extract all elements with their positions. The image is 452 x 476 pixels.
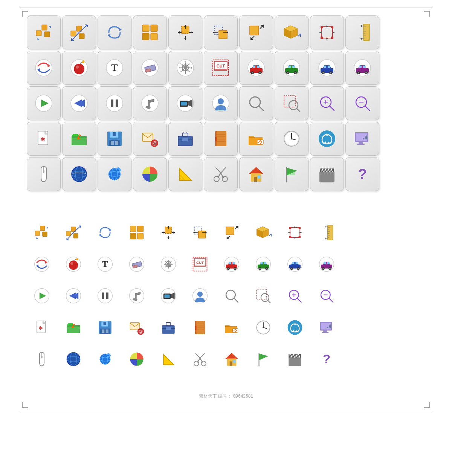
video-flat[interactable] <box>153 281 183 311</box>
play-flat[interactable] <box>27 281 57 311</box>
flag-green-flat[interactable] <box>248 344 278 374</box>
save-flat[interactable] <box>90 312 120 343</box>
zoom-in-flat[interactable] <box>280 281 310 311</box>
music-btn[interactable] <box>133 86 167 120</box>
zoom-out-btn[interactable] <box>345 86 379 120</box>
clock-flat[interactable] <box>248 312 278 343</box>
move-btn[interactable] <box>62 15 96 49</box>
bomb-btn[interactable] <box>62 51 96 85</box>
clock-btn[interactable] <box>275 122 308 156</box>
briefcase-flat[interactable] <box>153 312 183 343</box>
3d-box-move-btn[interactable] <box>275 15 308 49</box>
car-blue-flat[interactable] <box>280 249 310 279</box>
transform-btn[interactable] <box>204 15 238 49</box>
globe-flat[interactable] <box>58 344 89 374</box>
edit-folder-btn[interactable] <box>239 122 273 156</box>
home-btn[interactable] <box>239 157 273 191</box>
resize-frame-flat[interactable] <box>280 217 310 248</box>
monitor-flat[interactable] <box>312 312 342 343</box>
scissors-btn[interactable] <box>204 157 238 191</box>
search-select-flat[interactable] <box>248 281 278 311</box>
notebook-btn[interactable] <box>204 122 238 156</box>
save-btn[interactable] <box>98 122 131 156</box>
briefcase-btn[interactable] <box>168 122 202 156</box>
scale-btn[interactable] <box>168 15 202 49</box>
resize-frame-btn[interactable] <box>310 15 344 49</box>
refresh-btn[interactable] <box>98 15 131 49</box>
car-green-flat[interactable] <box>248 249 278 279</box>
question-flat[interactable]: ? <box>312 344 342 374</box>
flag-green-btn[interactable] <box>275 157 308 191</box>
pause-btn[interactable] <box>98 86 131 120</box>
home-flat[interactable] <box>217 344 247 374</box>
monitor-btn[interactable] <box>345 122 379 156</box>
cut-flat[interactable]: CUT <box>185 249 215 279</box>
search-basic-flat[interactable] <box>217 281 247 311</box>
clapboard-flat[interactable] <box>280 344 310 374</box>
3d-box-move-flat[interactable] <box>248 217 278 248</box>
move-flat[interactable] <box>58 217 89 248</box>
pie-chart-flat[interactable] <box>122 344 152 374</box>
internet-explorer-btn[interactable] <box>98 157 131 191</box>
ruler-vertical-btn[interactable] <box>345 15 379 49</box>
car-purple-flat[interactable] <box>312 249 342 279</box>
car-green-btn[interactable] <box>275 51 308 85</box>
text-tool-btn[interactable]: T <box>98 51 131 85</box>
triangle-ruler-btn[interactable] <box>168 157 202 191</box>
car-red-btn[interactable] <box>239 51 273 85</box>
open-folder-flat[interactable] <box>58 312 89 343</box>
text-tool-flat[interactable]: T <box>90 249 120 279</box>
email-btn[interactable]: @ <box>133 122 167 156</box>
email-flat[interactable]: @ <box>122 312 152 343</box>
car-red-flat[interactable] <box>217 249 247 279</box>
clapboard-btn[interactable] <box>310 157 344 191</box>
ruler-vertical-flat[interactable] <box>312 217 342 248</box>
settings-btn[interactable] <box>168 51 202 85</box>
search-basic-btn[interactable] <box>239 86 273 120</box>
refresh-flat[interactable] <box>90 217 120 248</box>
pause-flat[interactable] <box>90 281 120 311</box>
eraser-btn[interactable] <box>133 51 167 85</box>
resize-arrow-btn[interactable] <box>239 15 273 49</box>
person-flat[interactable] <box>185 281 215 311</box>
globe-btn[interactable] <box>62 157 96 191</box>
edit-folder-flat[interactable] <box>217 312 247 343</box>
rewind-btn[interactable] <box>62 86 96 120</box>
pie-chart-btn[interactable] <box>133 157 167 191</box>
triangle-ruler-flat[interactable] <box>153 344 183 374</box>
search-select-btn[interactable] <box>275 86 308 120</box>
open-folder-btn[interactable] <box>62 122 96 156</box>
person-btn[interactable] <box>204 86 238 120</box>
swap-arrows-flat[interactable] <box>27 249 57 279</box>
rotate-3d-btn[interactable] <box>27 15 61 49</box>
recycle-flat[interactable] <box>280 312 310 343</box>
internet-explorer-flat[interactable] <box>90 344 120 374</box>
settings-flat[interactable] <box>153 249 183 279</box>
zoom-in-btn[interactable] <box>310 86 344 120</box>
eraser-flat[interactable] <box>122 249 152 279</box>
scissors-flat[interactable] <box>185 344 215 374</box>
3d-boxes-flat[interactable] <box>122 217 152 248</box>
swap-arrows-btn[interactable] <box>27 51 61 85</box>
notebook-flat[interactable] <box>185 312 215 343</box>
video-btn[interactable] <box>168 86 202 120</box>
car-purple-btn[interactable] <box>345 51 379 85</box>
zoom-out-flat[interactable] <box>312 281 342 311</box>
new-file-flat[interactable]: ✱ <box>27 312 57 343</box>
mouse-btn[interactable] <box>27 157 61 191</box>
play-btn[interactable] <box>27 86 61 120</box>
bomb-flat[interactable] <box>58 249 89 279</box>
rewind-flat[interactable] <box>58 281 89 311</box>
rotate-3d-flat[interactable] <box>27 217 57 248</box>
recycle-btn[interactable] <box>310 122 344 156</box>
mouse-flat[interactable] <box>27 344 57 374</box>
transform-flat[interactable] <box>185 217 215 248</box>
music-flat[interactable] <box>122 281 152 311</box>
new-file-btn[interactable]: ✱ <box>27 122 61 156</box>
question-btn[interactable]: ? <box>345 157 379 191</box>
3d-boxes-btn[interactable] <box>133 15 167 49</box>
scale-flat[interactable] <box>153 217 183 248</box>
resize-arrow-flat[interactable] <box>217 217 247 248</box>
car-blue-btn[interactable] <box>310 51 344 85</box>
cut-btn[interactable]: CUT <box>204 51 238 85</box>
